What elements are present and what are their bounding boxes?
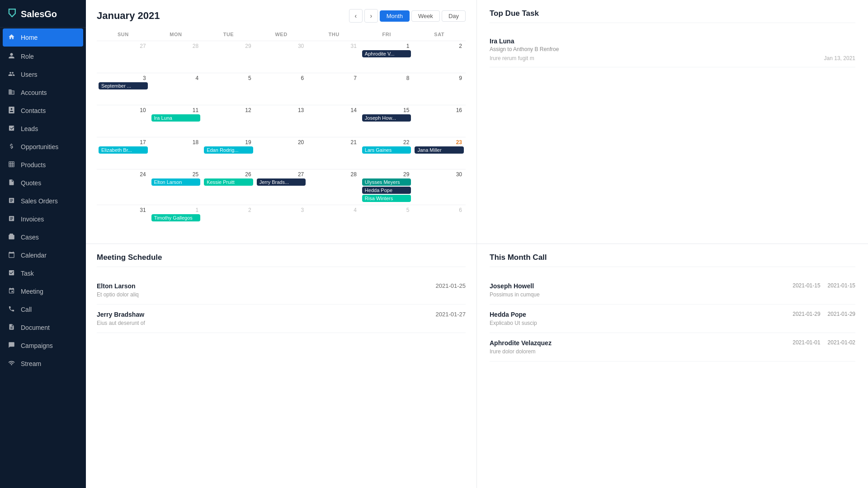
call-description: Explicabo Ut suscip (490, 320, 537, 326)
calendar-cell-w2-d5[interactable]: 15Joseph How... (360, 105, 413, 136)
calendar-cell-w4-d5[interactable]: 29Ulysses MeyersHedda PopeRisa Winters (360, 169, 413, 204)
calendar-cell-w1-d1[interactable]: 4 (150, 73, 203, 104)
calendar-cell-w0-d6[interactable]: 2 (413, 41, 466, 72)
calendar-event[interactable]: Jerry Brads... (257, 178, 306, 186)
calendar-event[interactable]: Elton Larson (151, 178, 201, 186)
sidebar-item-opportunities[interactable]: Opportunities (0, 138, 86, 156)
sidebar-item-meeting[interactable]: Meeting (0, 282, 86, 300)
calendar-event[interactable]: Elizabeth Br... (99, 146, 148, 154)
task-name: Ira Luna (490, 38, 559, 45)
meeting-item[interactable]: Elton Larson Et optio dolor aliq 2021-01… (97, 276, 466, 305)
call-item[interactable]: Joseph Howell Possimus in cumque 2021-01… (490, 276, 855, 305)
calendar-cell-w5-d6[interactable]: 6 (413, 205, 466, 236)
calendar-cell-w3-d2[interactable]: 19Edan Rodrig... (202, 137, 255, 168)
sidebar-item-users[interactable]: Users (0, 66, 86, 84)
calendar-date-number: 31 (309, 43, 359, 49)
calendar-cell-w2-d1[interactable]: 11Ira Luna (150, 105, 203, 136)
calendar-cell-w1-d5[interactable]: 8 (360, 73, 413, 104)
calendar-event[interactable]: Ira Luna (151, 114, 201, 122)
calendar-cell-w3-d0[interactable]: 17Elizabeth Br... (97, 137, 150, 168)
calendar-cell-w5-d0[interactable]: 31 (97, 205, 150, 236)
calendar-cell-w1-d3[interactable]: 6 (255, 73, 308, 104)
calendar-cell-w4-d6[interactable]: 30 (413, 169, 466, 204)
calendar-event[interactable]: Aphrodite V... (362, 50, 411, 57)
task-item[interactable]: Ira Luna Assign to Anthony B Renfroe Iru… (490, 32, 855, 67)
calendar-cell-w4-d0[interactable]: 24 (97, 169, 150, 204)
calendar-event[interactable]: September ... (99, 82, 148, 89)
calendar-cell-w0-d0[interactable]: 27 (97, 41, 150, 72)
app-name: SalesGo (21, 9, 57, 19)
calendar-cell-w2-d0[interactable]: 10 (97, 105, 150, 136)
calendar-cell-w3-d1[interactable]: 18 (150, 137, 203, 168)
calendar-cell-w1-d0[interactable]: 3September ... (97, 73, 150, 104)
sidebar-item-sales-orders[interactable]: Sales Orders (0, 192, 86, 210)
meeting-date: 2021-01-27 (436, 311, 466, 318)
calendar-cell-w3-d5[interactable]: 22Lars Gaines (360, 137, 413, 168)
calendar-cell-w2-d3[interactable]: 13 (255, 105, 308, 136)
sidebar-item-cases[interactable]: Cases (0, 228, 86, 246)
calendar-next-button[interactable]: › (364, 9, 378, 23)
calendar-event[interactable]: Lars Gaines (362, 146, 411, 154)
calendar-event[interactable]: Ulysses Meyers (362, 178, 411, 186)
calendar-cell-w4-d1[interactable]: 25Elton Larson (150, 169, 203, 204)
calendar-event[interactable]: Risa Winters (362, 195, 411, 202)
sidebar-item-leads[interactable]: Leads (0, 120, 86, 138)
calendar-day-header-sat: SAT (413, 30, 466, 39)
calendar-cell-w0-d2[interactable]: 29 (202, 41, 255, 72)
calendar-day-button[interactable]: Day (442, 10, 466, 22)
meeting-icon (7, 287, 15, 296)
calendar-event[interactable]: Joseph How... (362, 114, 411, 122)
calendar-week-button[interactable]: Week (411, 10, 440, 22)
sidebar-item-calendar[interactable]: Calendar (0, 246, 86, 264)
calendar-cell-w2-d6[interactable]: 16 (413, 105, 466, 136)
calendar-cell-w2-d2[interactable]: 12 (202, 105, 255, 136)
calendar-cell-w3-d3[interactable]: 20 (255, 137, 308, 168)
sidebar-item-home[interactable]: Home (3, 28, 83, 47)
call-item[interactable]: Hedda Pope Explicabo Ut suscip 2021-01-2… (490, 305, 855, 333)
sidebar-item-quotes[interactable]: Quotes (0, 174, 86, 192)
calendar-cell-w5-d1[interactable]: 1Timothy Gallegos (150, 205, 203, 236)
sidebar-item-label: Invoices (21, 216, 44, 223)
opportunities-icon (7, 143, 15, 151)
calendar-cell-w0-d4[interactable]: 31 (307, 41, 360, 72)
sidebar-item-stream[interactable]: Stream (0, 355, 86, 373)
sidebar-item-contacts[interactable]: Contacts (0, 102, 86, 120)
sidebar-item-document[interactable]: Document (0, 319, 86, 337)
calendar-cell-w4-d3[interactable]: 27Jerry Brads... (255, 169, 308, 204)
meeting-schedule-title: Meeting Schedule (97, 253, 466, 267)
sidebar-item-products[interactable]: Products (0, 156, 86, 174)
sidebar-item-task[interactable]: Task (0, 264, 86, 282)
calendar-prev-button[interactable]: ‹ (349, 9, 363, 23)
calendar-cell-w0-d1[interactable]: 28 (150, 41, 203, 72)
sidebar-item-campaigns[interactable]: Campaigns (0, 337, 86, 355)
sidebar-item-label: Meeting (21, 288, 43, 295)
calendar-cell-w0-d5[interactable]: 1Aphrodite V... (360, 41, 413, 72)
sidebar-item-invoices[interactable]: Invoices (0, 210, 86, 228)
meeting-item[interactable]: Jerry Bradshaw Eius aut deserunt of 2021… (97, 305, 466, 333)
calendar-cell-w5-d3[interactable]: 3 (255, 205, 308, 236)
calendar-cell-w1-d2[interactable]: 5 (202, 73, 255, 104)
calendar-event[interactable]: Hedda Pope (362, 187, 411, 194)
calendar-event[interactable]: Kessie Pruitt (204, 178, 253, 186)
call-name: Aphrodite Velazquez (490, 339, 552, 347)
call-item[interactable]: Aphrodite Velazquez Irure dolor dolorem … (490, 333, 855, 361)
calendar-cell-w3-d6[interactable]: 23Jana Miller (413, 137, 466, 168)
calendar-date-number: 14 (309, 107, 359, 113)
calendar-cell-w4-d4[interactable]: 28 (307, 169, 360, 204)
sidebar-item-accounts[interactable]: Accounts (0, 84, 86, 102)
calendar-cell-w2-d4[interactable]: 14 (307, 105, 360, 136)
calendar-month-button[interactable]: Month (380, 10, 410, 22)
calendar-cell-w4-d2[interactable]: 26Kessie Pruitt (202, 169, 255, 204)
sidebar-item-role[interactable]: Role (0, 47, 86, 66)
calendar-cell-w1-d4[interactable]: 7 (307, 73, 360, 104)
calendar-event[interactable]: Timothy Gallegos (151, 214, 201, 221)
calendar-event[interactable]: Edan Rodrig... (204, 146, 253, 154)
calendar-cell-w5-d2[interactable]: 2 (202, 205, 255, 236)
calendar-cell-w5-d5[interactable]: 5 (360, 205, 413, 236)
calendar-cell-w5-d4[interactable]: 4 (307, 205, 360, 236)
calendar-cell-w1-d6[interactable]: 9 (413, 73, 466, 104)
calendar-event[interactable]: Jana Miller (415, 146, 464, 154)
calendar-cell-w0-d3[interactable]: 30 (255, 41, 308, 72)
sidebar-item-call[interactable]: Call (0, 300, 86, 319)
calendar-cell-w3-d4[interactable]: 21 (307, 137, 360, 168)
